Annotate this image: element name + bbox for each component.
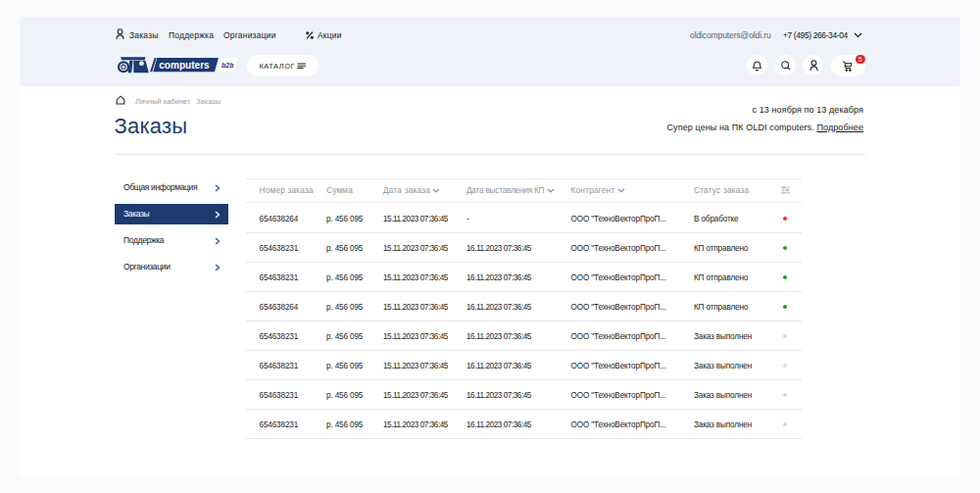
svg-text:computers: computers (159, 59, 210, 71)
svg-text:b2b: b2b (221, 61, 234, 70)
